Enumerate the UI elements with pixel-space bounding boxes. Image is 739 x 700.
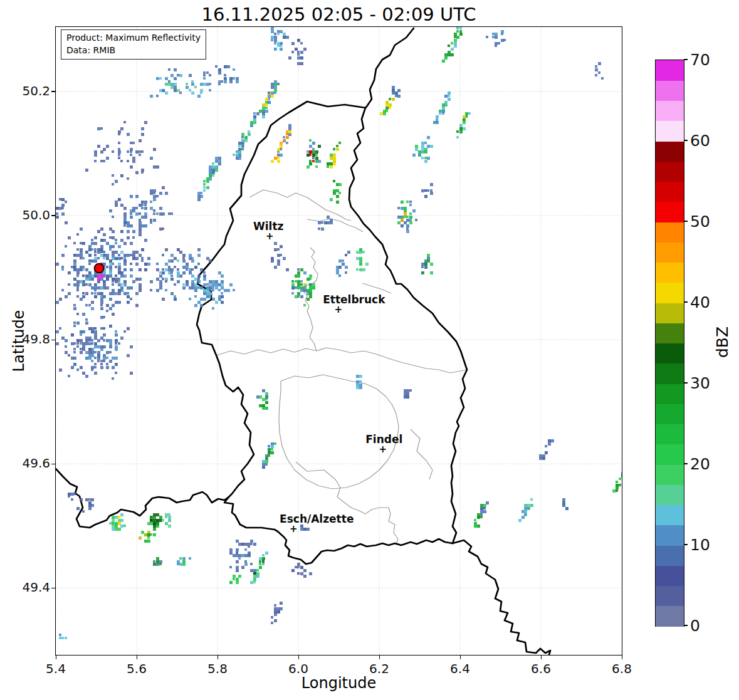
x-tick-label: 5.6 bbox=[127, 661, 147, 676]
colorbar-segment bbox=[656, 80, 684, 101]
x-tick-mark bbox=[379, 656, 380, 659]
x-tick-mark bbox=[298, 656, 299, 659]
radar-figure: 16.11.2025 02:05 - 02:09 UTC Product: Ma… bbox=[0, 0, 739, 700]
colorbar-segment bbox=[656, 343, 684, 364]
x-axis-label: Longitude bbox=[56, 674, 622, 692]
y-tick-label: 50.2 bbox=[13, 83, 50, 98]
x-tick-label: 6.0 bbox=[288, 661, 308, 676]
x-tick-label: 6.4 bbox=[450, 661, 470, 676]
colorbar-segment bbox=[656, 606, 684, 627]
x-tick-label: 6.6 bbox=[531, 661, 551, 676]
district-border bbox=[216, 348, 317, 355]
colorbar-segment bbox=[656, 323, 684, 343]
colorbar-tick-label: 20 bbox=[690, 455, 710, 473]
colorbar-tick-mark bbox=[684, 140, 688, 140]
colorbar-segment bbox=[656, 565, 684, 586]
city-label: Ettelbruck bbox=[323, 293, 385, 306]
city-label: Wiltz bbox=[253, 220, 283, 232]
colorbar-segment bbox=[656, 484, 684, 505]
x-tick-mark bbox=[622, 656, 622, 659]
colorbar-tick-mark bbox=[684, 221, 688, 221]
colorbar-segment bbox=[656, 545, 684, 566]
colorbar-tick-mark bbox=[684, 625, 688, 625]
city-label: Findel bbox=[365, 433, 402, 446]
y-tick-mark bbox=[51, 588, 55, 588]
district-border bbox=[411, 429, 432, 479]
product-line: Product: Maximum Reflectivity bbox=[66, 32, 201, 44]
colorbar-segment bbox=[656, 464, 684, 485]
colorbar-tick-label: 50 bbox=[690, 212, 710, 231]
city-label: Esch/Alzette bbox=[280, 513, 354, 525]
district-border bbox=[310, 318, 317, 351]
y-tick-mark bbox=[51, 91, 55, 91]
district-border bbox=[307, 219, 363, 232]
colorbar-tick-mark bbox=[684, 544, 688, 545]
x-tick-mark bbox=[460, 656, 461, 659]
y-tick-mark bbox=[51, 215, 55, 216]
colorbar-tick-label: 10 bbox=[690, 536, 710, 554]
x-tick-label: 6.8 bbox=[612, 661, 632, 676]
y-tick-label: 49.8 bbox=[13, 332, 50, 347]
colorbar-tick-label: 40 bbox=[690, 293, 710, 311]
colorbar-segment bbox=[656, 404, 684, 424]
district-border bbox=[317, 348, 467, 373]
x-tick-label: 5.4 bbox=[46, 661, 66, 676]
colorbar-segment bbox=[656, 444, 684, 465]
colorbar bbox=[655, 60, 684, 627]
colorbar-segment bbox=[656, 60, 684, 81]
colorbar-segment bbox=[656, 182, 684, 202]
colorbar-segment bbox=[656, 586, 684, 607]
national-border bbox=[453, 540, 550, 655]
colorbar-segment bbox=[656, 363, 684, 384]
colorbar-segment bbox=[656, 202, 684, 222]
national-border bbox=[197, 102, 467, 564]
y-tick-label: 50.0 bbox=[13, 207, 50, 222]
x-tick-label: 5.8 bbox=[207, 661, 228, 676]
colorbar-segment bbox=[656, 222, 684, 243]
colorbar-tick-mark bbox=[684, 463, 688, 464]
colorbar-tick-mark bbox=[684, 59, 688, 60]
district-border bbox=[362, 283, 391, 293]
map-plot-area: Product: Maximum Reflectivity Data: RMIB… bbox=[55, 26, 622, 656]
colorbar-segment bbox=[656, 242, 684, 263]
x-tick-mark bbox=[137, 656, 137, 659]
colorbar-segment bbox=[656, 303, 684, 323]
radar-site-marker bbox=[95, 264, 104, 273]
x-tick-mark bbox=[541, 656, 542, 659]
colorbar-tick-label: 0 bbox=[690, 617, 700, 635]
y-tick-label: 49.6 bbox=[13, 456, 50, 471]
y-tick-mark bbox=[51, 340, 55, 340]
colorbar-segment bbox=[656, 101, 684, 122]
colorbar-tick-mark bbox=[684, 301, 688, 302]
y-tick-mark bbox=[51, 464, 55, 464]
colorbar-segment bbox=[656, 525, 684, 546]
x-tick-mark bbox=[56, 656, 56, 659]
y-tick-label: 49.4 bbox=[13, 580, 50, 595]
national-border bbox=[365, 28, 414, 108]
x-tick-mark bbox=[218, 656, 218, 659]
data-source-line: Data: RMIB bbox=[66, 44, 201, 57]
colorbar-tick-label: 60 bbox=[690, 132, 710, 150]
x-tick-label: 6.2 bbox=[369, 661, 389, 676]
colorbar-segment bbox=[656, 505, 684, 526]
radar-map-svg bbox=[56, 27, 622, 655]
colorbar-segment bbox=[656, 424, 684, 445]
product-info-box: Product: Maximum Reflectivity Data: RMIB bbox=[61, 29, 206, 60]
colorbar-segment bbox=[656, 121, 684, 142]
radar-echoes bbox=[56, 27, 622, 639]
district-border bbox=[296, 462, 398, 545]
district-border bbox=[279, 375, 399, 489]
colorbar-segment bbox=[656, 384, 684, 404]
colorbar-segment bbox=[656, 263, 684, 283]
colorbar-segment bbox=[656, 141, 684, 162]
colorbar-segment bbox=[656, 283, 684, 303]
colorbar-tick-label: 70 bbox=[690, 51, 710, 69]
district-border bbox=[303, 248, 318, 318]
page-title: 16.11.2025 02:05 - 02:09 UTC bbox=[56, 4, 622, 25]
colorbar-unit-label: dBZ bbox=[713, 326, 731, 358]
colorbar-tick-mark bbox=[684, 382, 688, 383]
colorbar-tick-label: 30 bbox=[690, 374, 710, 392]
colorbar-segment bbox=[656, 161, 684, 182]
